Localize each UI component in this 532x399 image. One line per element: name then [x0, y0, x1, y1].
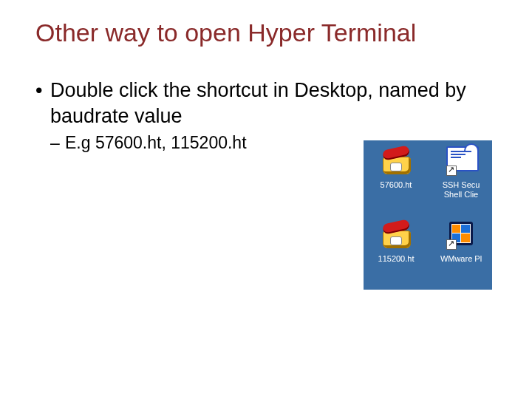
- desktop-icon-57600[interactable]: 57600.ht: [364, 142, 429, 216]
- desktop-icon-label: 57600.ht: [381, 180, 412, 190]
- desktop-icon-label: SSH Secu Shell Clie: [443, 180, 480, 199]
- desktop-icon-label: 115200.ht: [378, 254, 415, 264]
- ssh-icon: [445, 145, 477, 177]
- desktop-icon-grid: 57600.ht SSH Secu Shell Clie 115200.ht: [364, 140, 492, 290]
- desktop-icon-ssh[interactable]: SSH Secu Shell Clie: [429, 142, 492, 216]
- desktop-icon-115200[interactable]: 115200.ht: [364, 216, 429, 290]
- slide-title: Other way to open Hyper Terminal: [35, 18, 497, 48]
- bullet-text: Double click the shortcut in Desktop, na…: [50, 79, 466, 127]
- shortcut-overlay-icon: [446, 166, 457, 176]
- desktop-icon-label: WMware Pl: [440, 254, 482, 264]
- desktop-icon-vmware[interactable]: WMware Pl: [429, 216, 492, 290]
- shortcut-overlay-icon: [446, 239, 457, 250]
- hyperterminal-icon: [380, 145, 412, 177]
- hyperterminal-icon: [380, 219, 412, 251]
- sub-bullet-text: E.g 57600.ht, 115200.ht: [65, 133, 247, 152]
- vmware-icon: [445, 219, 477, 251]
- desktop-screenshot: 57600.ht SSH Secu Shell Clie 115200.ht: [364, 140, 492, 290]
